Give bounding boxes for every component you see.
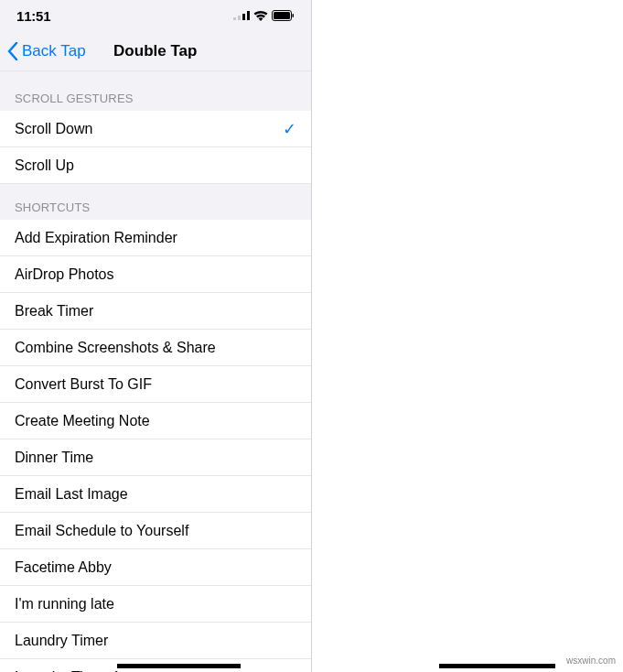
checkmark-icon: ✓ xyxy=(283,119,296,139)
redaction-bar xyxy=(439,664,555,668)
chevron-left-icon xyxy=(7,42,18,60)
row-label: Email Last Image xyxy=(15,486,128,503)
list-item[interactable]: Create Meeting Note xyxy=(0,403,311,439)
list-item[interactable]: Combine Screenshots & Share xyxy=(0,330,311,366)
row-label: Convert Burst To GIF xyxy=(15,376,152,393)
list-item[interactable]: Email Schedule to Yourself xyxy=(0,513,311,549)
row-label: Dinner Time xyxy=(15,450,93,466)
row-label: Create Meeting Note xyxy=(15,413,150,429)
list-item[interactable]: Convert Burst To GIF xyxy=(0,366,311,403)
list-item[interactable]: Scroll Up xyxy=(0,147,311,184)
content: SCROLL GESTURES Scroll Down ✓ Scroll Up … xyxy=(0,71,311,672)
row-label: Laundry Timer xyxy=(15,633,108,649)
list-item[interactable]: Add Expiration Reminder xyxy=(0,220,311,256)
svg-rect-3 xyxy=(247,11,250,20)
status-indicators xyxy=(233,10,295,21)
svg-rect-1 xyxy=(238,16,241,20)
shortcuts-group: Add Expiration Reminder AirDrop Photos B… xyxy=(0,220,311,672)
signal-icon xyxy=(233,11,250,20)
row-label: Email Schedule to Yourself xyxy=(15,523,188,539)
list-item[interactable]: AirDrop Photos xyxy=(0,256,311,293)
row-label: Facetime Abby xyxy=(15,559,112,576)
row-label: Laundry Timer 1 xyxy=(15,669,121,673)
svg-rect-2 xyxy=(242,14,245,20)
row-label: Add Expiration Reminder xyxy=(15,230,177,246)
back-button[interactable]: Back Tap xyxy=(0,42,86,60)
battery-icon xyxy=(272,10,295,21)
list-item[interactable]: Email Last Image xyxy=(0,476,311,513)
watermark: wsxwin.com xyxy=(564,655,618,667)
row-label: I'm running late xyxy=(15,596,114,612)
row-label: Scroll Up xyxy=(15,157,74,174)
row-label: Combine Screenshots & Share xyxy=(15,340,216,356)
svg-rect-5 xyxy=(274,12,290,19)
row-label: AirDrop Photos xyxy=(15,266,114,283)
svg-rect-0 xyxy=(233,17,236,20)
section-header-shortcuts: SHORTCUTS xyxy=(0,184,311,220)
scroll-gestures-group: Scroll Down ✓ Scroll Up xyxy=(0,111,311,184)
status-time: 11:51 xyxy=(16,8,50,24)
list-item[interactable]: Dinner Time xyxy=(0,439,311,476)
row-label: Break Timer xyxy=(15,303,93,320)
list-item[interactable]: Laundry Timer xyxy=(0,623,311,659)
list-item[interactable]: Scroll Down ✓ xyxy=(0,111,311,147)
list-item[interactable]: Facetime Abby xyxy=(0,549,311,586)
svg-rect-6 xyxy=(292,14,294,17)
status-bar: 11:51 xyxy=(0,0,311,31)
wifi-icon xyxy=(253,11,268,21)
redaction-bar xyxy=(117,664,241,668)
back-label: Back Tap xyxy=(22,42,86,60)
nav-bar: Back Tap Double Tap xyxy=(0,31,311,71)
list-item[interactable]: Break Timer xyxy=(0,293,311,330)
row-label: Scroll Down xyxy=(15,121,92,137)
list-item[interactable]: I'm running late xyxy=(0,586,311,623)
section-header-scroll: SCROLL GESTURES xyxy=(0,71,311,111)
